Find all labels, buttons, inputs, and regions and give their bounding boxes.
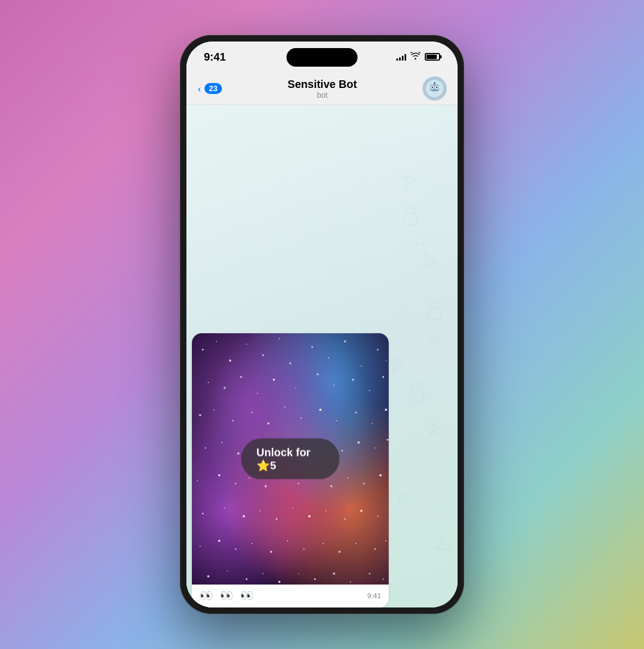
- back-button[interactable]: ‹ 23: [197, 82, 222, 95]
- svg-point-31: [295, 387, 296, 388]
- phone-frame: 9:41: [180, 35, 464, 614]
- svg-point-67: [298, 483, 300, 485]
- reaction-1: 👀: [200, 589, 213, 602]
- svg-point-60: [387, 439, 389, 441]
- svg-point-33: [333, 385, 335, 386]
- svg-point-36: [383, 376, 384, 378]
- svg-point-29: [257, 393, 258, 394]
- svg-point-37: [199, 414, 201, 416]
- nav-center[interactable]: Sensitive Bot bot: [227, 78, 417, 99]
- svg-point-62: [218, 474, 220, 476]
- svg-point-75: [243, 515, 245, 517]
- message-footer: 👀 👀 👀 9:41: [192, 585, 389, 607]
- battery-icon: [425, 53, 440, 61]
- svg-point-15: [229, 359, 231, 362]
- chat-content: Unlock for ⭐5 👀 👀 👀 9:41: [186, 105, 458, 607]
- status-icons: [396, 52, 440, 62]
- svg-point-87: [251, 543, 253, 544]
- svg-point-38: [213, 409, 214, 410]
- svg-point-44: [319, 409, 321, 411]
- svg-point-51: [237, 452, 239, 455]
- svg-point-20: [312, 346, 313, 348]
- svg-point-35: [369, 390, 370, 391]
- svg-point-30: [273, 379, 275, 381]
- reaction-2: 👀: [220, 589, 233, 602]
- svg-point-70: [347, 477, 348, 479]
- svg-point-48: [385, 409, 387, 411]
- nav-bar: ‹ 23 Sensitive Bot bot: [186, 72, 458, 105]
- reactions[interactable]: 👀 👀 👀: [200, 589, 254, 602]
- svg-point-95: [385, 540, 387, 541]
- svg-point-34: [352, 379, 354, 381]
- unlock-button[interactable]: Unlock for ⭐5: [241, 439, 339, 480]
- svg-point-5: [432, 86, 434, 88]
- svg-point-105: [369, 573, 371, 575]
- svg-point-19: [289, 362, 291, 364]
- svg-point-98: [246, 579, 248, 580]
- svg-point-50: [221, 442, 223, 443]
- chevron-left-icon: ‹: [197, 82, 201, 95]
- svg-point-83: [377, 516, 378, 517]
- svg-point-77: [276, 518, 278, 520]
- chat-subtitle: bot: [227, 91, 417, 99]
- message-image[interactable]: Unlock for ⭐5: [192, 333, 389, 585]
- message-bubble: Unlock for ⭐5 👀 👀 👀 9:41: [192, 333, 389, 607]
- svg-point-21: [328, 357, 329, 358]
- star-emoji: ⭐: [256, 459, 270, 471]
- svg-point-85: [218, 540, 220, 542]
- chat-area: Unlock for ⭐5 👀 👀 👀 9:41: [186, 105, 458, 607]
- svg-point-73: [202, 513, 204, 515]
- svg-point-6: [436, 86, 438, 88]
- wifi-icon: [411, 52, 420, 62]
- svg-point-104: [350, 581, 351, 582]
- svg-point-71: [364, 483, 365, 485]
- svg-point-13: [202, 349, 204, 351]
- svg-point-64: [249, 477, 250, 479]
- svg-point-27: [224, 387, 226, 389]
- svg-point-26: [208, 382, 209, 383]
- svg-point-25: [385, 360, 387, 361]
- svg-point-24: [377, 349, 379, 351]
- svg-point-32: [317, 374, 319, 375]
- svg-point-106: [383, 579, 384, 580]
- svg-point-96: [207, 575, 209, 577]
- svg-point-89: [287, 540, 288, 541]
- phone-screen: 9:41: [186, 42, 458, 607]
- svg-point-49: [205, 447, 207, 449]
- svg-point-45: [336, 420, 337, 421]
- svg-point-18: [279, 338, 280, 339]
- svg-point-23: [361, 365, 362, 367]
- svg-point-40: [251, 412, 253, 413]
- chat-title: Sensitive Bot: [227, 78, 417, 91]
- status-bar: 9:41: [186, 42, 458, 72]
- status-time: 9:41: [204, 51, 226, 63]
- svg-point-78: [292, 508, 294, 509]
- svg-point-39: [232, 420, 234, 422]
- svg-point-74: [224, 508, 225, 509]
- svg-point-16: [246, 344, 247, 345]
- svg-point-100: [278, 581, 280, 583]
- svg-rect-7: [432, 90, 437, 91]
- svg-point-90: [303, 548, 305, 550]
- back-badge-count: 23: [204, 83, 222, 94]
- svg-point-94: [374, 548, 376, 550]
- svg-point-58: [358, 441, 360, 444]
- signal-icon: [396, 53, 406, 61]
- svg-point-57: [342, 450, 343, 452]
- svg-point-88: [270, 551, 272, 553]
- svg-point-79: [308, 515, 311, 517]
- svg-point-61: [197, 480, 198, 481]
- avatar[interactable]: [423, 76, 447, 101]
- unlock-label: Unlock for ⭐5: [256, 446, 324, 472]
- svg-point-22: [344, 340, 346, 343]
- svg-point-92: [338, 551, 341, 553]
- svg-point-80: [325, 510, 326, 511]
- svg-point-59: [374, 447, 376, 449]
- svg-point-69: [330, 485, 332, 487]
- svg-point-76: [260, 510, 261, 511]
- svg-point-99: [262, 573, 264, 574]
- svg-point-103: [333, 573, 335, 575]
- dynamic-island: [286, 48, 358, 67]
- svg-point-43: [301, 417, 302, 419]
- svg-point-86: [235, 548, 237, 550]
